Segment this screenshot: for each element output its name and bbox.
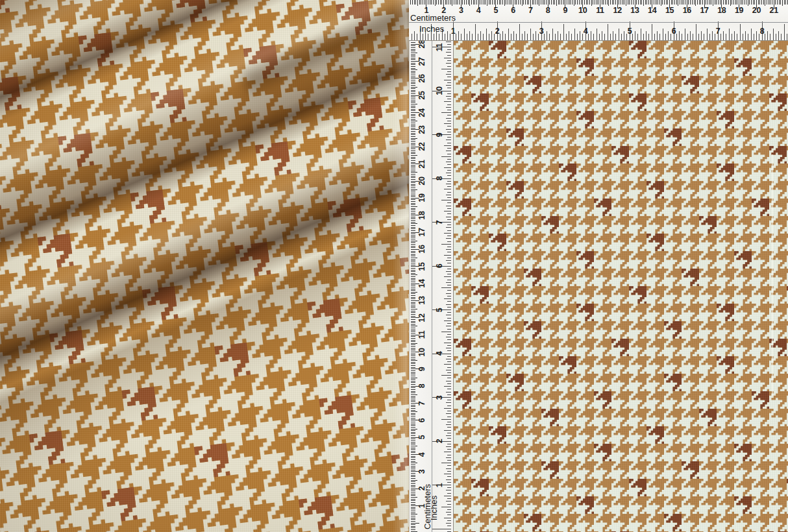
vertical-ruler: Centimeters Inches 123456789101112131415…: [409, 41, 454, 532]
cm-number: 12: [417, 313, 426, 322]
cm-number: 18: [717, 6, 726, 15]
cm-number: 1: [424, 6, 428, 15]
inch-number: 5: [435, 308, 444, 312]
inches-label: Inches: [429, 496, 439, 520]
cm-number: 13: [630, 6, 639, 15]
centimeters-label: Centimeters: [410, 13, 456, 23]
inch-number: 6: [435, 264, 444, 269]
houndstooth-pattern-left: [0, 0, 409, 532]
cm-number: 1: [417, 503, 426, 508]
cm-number: 3: [459, 6, 463, 15]
inch-number: 4: [435, 352, 444, 356]
cm-number: 16: [417, 245, 426, 254]
inch-number: 3: [539, 27, 544, 36]
cm-number: 15: [665, 6, 674, 15]
cm-number: 7: [417, 401, 426, 405]
cm-number: 21: [770, 6, 778, 15]
inch-number: 9: [435, 132, 444, 137]
cm-number: 28: [417, 41, 426, 49]
cm-number: 9: [563, 6, 568, 15]
cm-number: 23: [417, 125, 426, 134]
inch-number: 5: [628, 27, 632, 36]
cm-number: 11: [596, 6, 604, 15]
cm-number: 27: [417, 57, 426, 66]
inch-number: 8: [435, 176, 444, 181]
cm-number: 25: [417, 91, 426, 100]
flat-fabric-swatch: [454, 41, 788, 532]
cm-number: 20: [417, 176, 426, 185]
cm-number: 14: [648, 6, 656, 15]
cm-number: 19: [417, 194, 426, 202]
inch-number: 7: [716, 27, 720, 36]
cm-number: 21: [417, 160, 426, 168]
cm-number: 22: [417, 143, 426, 151]
cm-number: 26: [417, 74, 426, 82]
cm-number: 18: [417, 211, 426, 219]
cm-number: 17: [700, 6, 708, 15]
stray-thread: [772, 154, 773, 396]
cm-number: 2: [417, 487, 426, 491]
inch-number: 2: [495, 27, 500, 36]
inch-number: 2: [435, 439, 444, 444]
horizontal-ruler: Centimeters Inches 123456789101112131415…: [409, 0, 788, 41]
inch-number: 3: [435, 395, 444, 400]
inch-number: 11: [435, 43, 444, 51]
inch-number: 7: [435, 220, 444, 224]
inch-number: 10: [435, 86, 444, 95]
cm-number: 2: [441, 6, 446, 15]
cm-number: 6: [511, 6, 515, 15]
cm-number: 10: [417, 348, 426, 356]
inch-number: 1: [435, 483, 444, 487]
cm-number: 7: [528, 6, 533, 15]
cm-number: 13: [417, 296, 426, 305]
cm-number: 14: [417, 279, 426, 287]
cm-number: 5: [417, 435, 426, 440]
houndstooth-pattern-right: [454, 41, 788, 532]
inch-number: 4: [584, 27, 588, 36]
inch-number: 8: [760, 27, 765, 36]
cm-number: 8: [417, 384, 426, 389]
cm-number: 8: [546, 6, 550, 15]
fabric-product-photo: Centimeters Inches 123456789101112131415…: [0, 0, 788, 532]
inch-number: 6: [672, 27, 676, 36]
cm-number: 4: [476, 6, 481, 15]
ruler-divider: [432, 41, 432, 532]
cm-number: 10: [578, 6, 587, 15]
ruler-divider: [409, 22, 788, 23]
cm-number: 16: [683, 6, 691, 15]
cm-number: 12: [613, 6, 622, 15]
cm-number: 4: [417, 452, 426, 457]
inch-number: 1: [451, 27, 456, 36]
cm-number: 3: [417, 470, 426, 474]
cm-number: 9: [417, 367, 426, 372]
cm-number: 5: [494, 6, 499, 15]
cm-number: 17: [417, 228, 426, 236]
cm-number: 6: [417, 418, 426, 423]
cm-number: 11: [417, 331, 426, 339]
draped-fabric-photo: [0, 0, 409, 532]
cm-number: 19: [735, 6, 743, 15]
cm-number: 24: [417, 108, 426, 117]
cm-number: 20: [752, 6, 761, 15]
cm-number: 15: [417, 262, 426, 271]
inches-label: Inches: [419, 24, 444, 34]
